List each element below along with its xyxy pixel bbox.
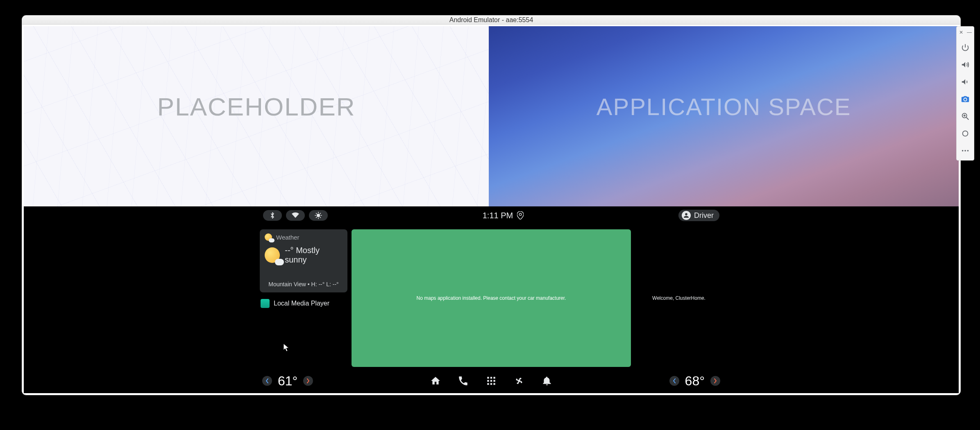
media-icon — [261, 299, 270, 308]
toolbar-more-button[interactable] — [959, 145, 971, 157]
toolbar-minimize-button[interactable]: — — [967, 30, 972, 35]
left-temp-value: 61° — [278, 373, 297, 389]
wifi-button[interactable] — [286, 210, 305, 221]
cluster-placeholder-pane: PLACEHOLDER — [24, 26, 489, 206]
wifi-icon — [291, 212, 299, 219]
svg-line-20 — [966, 118, 969, 120]
media-player-item[interactable]: Local Media Player — [260, 297, 347, 310]
bluetooth-icon — [270, 212, 275, 219]
svg-rect-10 — [490, 377, 492, 378]
placeholder-label: PLACEHOLDER — [157, 92, 356, 121]
window-titlebar[interactable]: Android Emulator - aae:5554 — [22, 16, 960, 25]
weather-main-icon — [265, 247, 280, 263]
weather-header: Weather — [276, 234, 299, 241]
weather-footer: Mountain View • H: --° L: --° — [265, 281, 343, 287]
device-screen: PLACEHOLDER APPLICATION SPACE — [24, 26, 959, 393]
left-temp-down-button[interactable] — [262, 376, 272, 386]
svg-line-7 — [316, 217, 317, 218]
application-space-label: APPLICATION SPACE — [597, 93, 851, 120]
svg-rect-13 — [490, 380, 492, 382]
apps-icon — [486, 376, 497, 386]
emulator-window: Android Emulator - aae:5554 PLACEHOLDER … — [22, 16, 960, 395]
brightness-button[interactable] — [309, 210, 328, 221]
svg-rect-9 — [487, 377, 489, 378]
more-icon — [961, 146, 970, 155]
svg-rect-11 — [493, 377, 495, 378]
emulator-side-toolbar: ✕ — — [956, 26, 974, 161]
weather-small-icon — [265, 233, 272, 241]
nav-apps-button[interactable] — [486, 376, 497, 386]
nav-phone-button[interactable] — [458, 376, 469, 386]
circle-icon — [961, 129, 970, 138]
volume-down-icon — [961, 77, 970, 86]
nav-hvac-button[interactable] — [514, 376, 524, 386]
svg-line-5 — [316, 213, 317, 214]
toolbar-zoom-button[interactable] — [959, 110, 971, 122]
weather-condition: --° Mostly sunny — [285, 246, 343, 265]
power-icon — [961, 43, 970, 52]
clusterhome-welcome: Welcome, ClusterHome. — [652, 295, 706, 301]
svg-line-8 — [320, 213, 321, 214]
media-label: Local Media Player — [274, 300, 329, 307]
toolbar-close-button[interactable]: ✕ — [959, 30, 964, 35]
chevron-right-icon — [306, 378, 310, 383]
fan-icon — [514, 376, 524, 386]
svg-point-18 — [518, 380, 520, 382]
bell-icon — [542, 376, 552, 386]
svg-point-25 — [964, 150, 966, 152]
right-temp-up-button[interactable] — [710, 376, 720, 386]
profile-label: Driver — [694, 211, 714, 220]
right-temp-value: 68° — [685, 373, 705, 389]
cluster-split: PLACEHOLDER APPLICATION SPACE — [24, 26, 959, 206]
svg-line-6 — [320, 217, 321, 218]
svg-rect-17 — [493, 383, 495, 385]
svg-rect-14 — [493, 380, 495, 382]
status-bar: 1:11 PM Driver — [260, 206, 723, 224]
weather-card[interactable]: Weather --° Mostly sunny Mountain View •… — [260, 229, 347, 292]
camera-icon — [961, 95, 970, 104]
toolbar-back-button[interactable] — [959, 127, 971, 140]
application-space-pane: APPLICATION SPACE — [489, 26, 959, 206]
home-icon — [430, 376, 441, 386]
svg-point-24 — [962, 150, 964, 152]
chevron-left-icon — [672, 378, 676, 383]
maps-card[interactable]: No maps application installed. Please co… — [352, 229, 631, 367]
nav-bar: 61° — [260, 371, 723, 391]
zoom-icon — [961, 112, 970, 121]
svg-point-26 — [967, 150, 969, 152]
volume-up-icon — [961, 60, 970, 69]
svg-rect-15 — [487, 383, 489, 385]
maps-message: No maps application installed. Please co… — [417, 295, 566, 301]
sun-icon — [315, 212, 322, 219]
left-temp-up-button[interactable] — [303, 376, 313, 386]
toolbar-power-button[interactable] — [959, 41, 971, 54]
phone-icon — [458, 376, 469, 386]
profile-button[interactable]: Driver — [678, 210, 719, 221]
toolbar-screenshot-button[interactable] — [959, 93, 971, 105]
automotive-launcher: 1:11 PM Driver — [24, 206, 959, 393]
nav-notifications-button[interactable] — [542, 376, 552, 386]
svg-point-23 — [963, 131, 968, 136]
svg-rect-16 — [490, 383, 492, 385]
svg-rect-12 — [487, 380, 489, 382]
chevron-right-icon — [713, 378, 717, 383]
toolbar-volume-down-button[interactable] — [959, 76, 971, 88]
window-title: Android Emulator - aae:5554 — [449, 16, 533, 24]
clock-text: 1:11 PM — [483, 211, 513, 220]
location-icon — [517, 211, 524, 220]
chevron-left-icon — [265, 378, 269, 383]
right-temp-down-button[interactable] — [669, 376, 679, 386]
bluetooth-button[interactable] — [263, 210, 282, 221]
toolbar-volume-up-button[interactable] — [959, 59, 971, 71]
svg-point-0 — [317, 214, 320, 217]
person-icon — [682, 211, 691, 220]
nav-home-button[interactable] — [430, 376, 441, 386]
